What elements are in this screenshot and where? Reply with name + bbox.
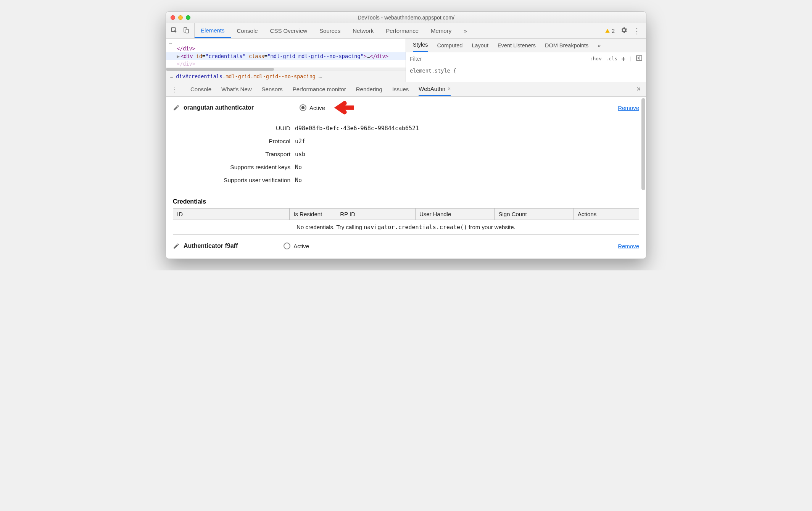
- vertical-scrollbar[interactable]: [641, 98, 645, 257]
- tab-network[interactable]: Network: [346, 23, 380, 38]
- styles-filter-input[interactable]: [406, 56, 586, 62]
- close-tab-icon[interactable]: ×: [448, 86, 451, 92]
- drawer-tab-rendering[interactable]: Rendering: [356, 82, 382, 96]
- new-style-rule-button[interactable]: +: [621, 55, 625, 63]
- tab-console[interactable]: Console: [231, 23, 264, 38]
- titlebar: DevTools - webauthndemo.appspot.com/: [166, 12, 646, 23]
- svg-rect-2: [186, 29, 188, 33]
- remove-authenticator-link[interactable]: Remove: [618, 105, 639, 111]
- drawer-tab-console[interactable]: Console: [190, 82, 211, 96]
- element-style-rule[interactable]: element.style {: [406, 65, 646, 76]
- styles-pane: Styles Computed Layout Event Listeners D…: [406, 39, 646, 82]
- resident-keys-value: No: [295, 164, 302, 171]
- credentials-heading: Credentials: [166, 194, 646, 208]
- toggle-sidebar-icon[interactable]: [636, 55, 642, 62]
- styles-tab-event-listeners[interactable]: Event Listeners: [498, 39, 536, 52]
- col-sign-count: Sign Count: [495, 209, 574, 220]
- breadcrumb[interactable]: … div#credentials.mdl-grid.mdl-grid--no-…: [166, 71, 406, 82]
- window-title: DevTools - webauthndemo.appspot.com/: [166, 15, 646, 21]
- dom-line[interactable]: </div>: [166, 60, 406, 68]
- radio-icon: [284, 243, 290, 249]
- col-rp-id: RP ID: [336, 209, 416, 220]
- no-credentials-row: No credentials. Try calling navigator.cr…: [173, 220, 639, 235]
- edit-name-icon[interactable]: [173, 243, 180, 249]
- styles-tab-styles[interactable]: Styles: [413, 39, 428, 52]
- tab-sources[interactable]: Sources: [313, 23, 346, 38]
- gear-icon[interactable]: [620, 26, 628, 35]
- hov-toggle[interactable]: :hov: [590, 56, 602, 61]
- drawer-tab-whats-new[interactable]: What's New: [221, 82, 252, 96]
- radio-icon: [300, 104, 306, 111]
- resident-keys-label: Supports resident keys: [173, 164, 295, 171]
- col-id: ID: [173, 209, 290, 220]
- dom-more-above: …: [166, 39, 406, 45]
- user-verification-label: Supports user verification: [173, 177, 295, 184]
- maximize-window-button[interactable]: [186, 15, 190, 20]
- col-user-handle: User Handle: [415, 209, 495, 220]
- close-drawer-icon[interactable]: ×: [636, 85, 641, 93]
- active-radio[interactable]: Active: [300, 104, 325, 111]
- drawer-menu-icon[interactable]: ⋮: [169, 85, 180, 94]
- webauthn-panel: orangutan authenticator Active Remove UU…: [166, 97, 646, 259]
- drawer-tab-performance-monitor[interactable]: Performance monitor: [293, 82, 346, 96]
- tab-css-overview[interactable]: CSS Overview: [264, 23, 314, 38]
- authenticator-1: orangutan authenticator Active Remove UU…: [166, 97, 646, 194]
- transport-value: usb: [295, 151, 305, 158]
- drawer-tabs: ⋮ Console What's New Sensors Performance…: [166, 82, 646, 97]
- transport-label: Transport: [173, 151, 295, 158]
- warnings-badge[interactable]: 2: [605, 28, 615, 34]
- main-toolbar: Elements Console CSS Overview Sources Ne…: [166, 23, 646, 39]
- close-window-button[interactable]: [171, 15, 175, 20]
- authenticator-name: orangutan authenticator: [184, 104, 254, 111]
- protocol-label: Protocol: [173, 138, 295, 145]
- active-radio[interactable]: Active: [284, 243, 309, 249]
- drawer-tab-issues[interactable]: Issues: [392, 82, 409, 96]
- tab-elements[interactable]: Elements: [195, 23, 231, 38]
- svg-rect-3: [636, 56, 642, 60]
- styles-tabs-overflow[interactable]: »: [598, 39, 601, 52]
- authenticator-2: Authenticator f9aff Active Remove: [166, 235, 646, 259]
- drawer-tab-webauthn[interactable]: WebAuthn×: [419, 82, 451, 96]
- kebab-icon[interactable]: ⋮: [633, 26, 641, 36]
- cls-toggle[interactable]: .cls: [606, 56, 617, 61]
- user-verification-value: No: [295, 177, 302, 184]
- device-toggle-icon[interactable]: [183, 27, 190, 35]
- tab-memory[interactable]: Memory: [425, 23, 458, 38]
- inspect-element-icon[interactable]: [171, 27, 177, 35]
- devtools-window: DevTools - webauthndemo.appspot.com/ Ele…: [166, 11, 646, 259]
- credentials-table: ID Is Resident RP ID User Handle Sign Co…: [173, 208, 639, 235]
- styles-tab-computed[interactable]: Computed: [437, 39, 463, 52]
- styles-tab-layout[interactable]: Layout: [472, 39, 488, 52]
- remove-authenticator-link[interactable]: Remove: [618, 243, 639, 249]
- minimize-window-button[interactable]: [178, 15, 183, 20]
- authenticator-name: Authenticator f9aff: [184, 243, 238, 249]
- uuid-value: d98e08fb-0efc-43e6-968c-99844cab6521: [295, 125, 419, 132]
- dom-tree-pane[interactable]: … </div> ▶<div id="credentials" class="m…: [166, 39, 406, 82]
- protocol-value: u2f: [295, 138, 305, 145]
- dom-horizontal-scrollbar[interactable]: [166, 68, 406, 71]
- tabs-overflow[interactable]: »: [458, 23, 473, 38]
- annotation-arrow-icon: [332, 100, 354, 116]
- dom-line[interactable]: </div>: [166, 45, 406, 52]
- uuid-label: UUID: [173, 125, 295, 132]
- dom-selected-node[interactable]: ▶<div id="credentials" class="mdl-grid m…: [166, 52, 406, 60]
- col-actions: Actions: [574, 209, 639, 220]
- window-traffic-lights: [171, 15, 190, 20]
- drawer-tab-sensors[interactable]: Sensors: [262, 82, 283, 96]
- styles-tab-dom-breakpoints[interactable]: DOM Breakpoints: [545, 39, 588, 52]
- col-is-resident: Is Resident: [290, 209, 336, 220]
- tab-performance[interactable]: Performance: [380, 23, 425, 38]
- edit-name-icon[interactable]: [173, 104, 180, 111]
- warnings-count: 2: [612, 28, 615, 34]
